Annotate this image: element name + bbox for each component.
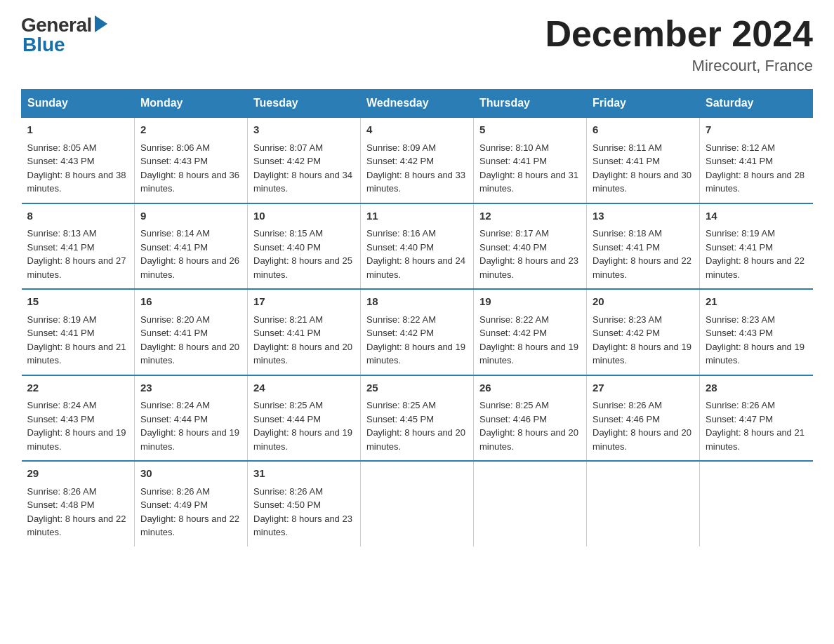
day-info: Sunrise: 8:07 AMSunset: 4:42 PMDaylight:… [253, 142, 352, 194]
calendar-week-row: 1Sunrise: 8:05 AMSunset: 4:43 PMDaylight… [22, 117, 813, 203]
calendar-cell: 15Sunrise: 8:19 AMSunset: 4:41 PMDayligh… [22, 289, 135, 375]
calendar-week-row: 22Sunrise: 8:24 AMSunset: 4:43 PMDayligh… [22, 375, 813, 462]
day-number: 22 [27, 380, 129, 396]
day-info: Sunrise: 8:26 AMSunset: 4:50 PMDaylight:… [253, 486, 352, 538]
day-info: Sunrise: 8:10 AMSunset: 4:41 PMDaylight:… [479, 142, 578, 194]
calendar-cell: 16Sunrise: 8:20 AMSunset: 4:41 PMDayligh… [135, 289, 248, 375]
calendar-cell: 7Sunrise: 8:12 AMSunset: 4:41 PMDaylight… [700, 117, 813, 203]
day-info: Sunrise: 8:22 AMSunset: 4:42 PMDaylight:… [366, 314, 465, 366]
calendar-cell: 10Sunrise: 8:15 AMSunset: 4:40 PMDayligh… [248, 203, 361, 290]
day-info: Sunrise: 8:18 AMSunset: 4:41 PMDaylight:… [593, 228, 691, 280]
day-number: 28 [706, 380, 807, 396]
day-info: Sunrise: 8:25 AMSunset: 4:45 PMDaylight:… [366, 400, 465, 452]
calendar-cell: 18Sunrise: 8:22 AMSunset: 4:42 PMDayligh… [361, 289, 474, 375]
day-number: 26 [479, 380, 581, 396]
day-info: Sunrise: 8:06 AMSunset: 4:43 PMDaylight:… [140, 142, 239, 194]
day-info: Sunrise: 8:12 AMSunset: 4:41 PMDaylight:… [706, 142, 805, 194]
day-number: 25 [366, 380, 468, 396]
day-info: Sunrise: 8:25 AMSunset: 4:46 PMDaylight:… [479, 400, 578, 452]
calendar-cell: 13Sunrise: 8:18 AMSunset: 4:41 PMDayligh… [587, 203, 700, 290]
day-number: 4 [366, 122, 468, 138]
header-tuesday: Tuesday [248, 90, 361, 118]
calendar-cell: 19Sunrise: 8:22 AMSunset: 4:42 PMDayligh… [474, 289, 587, 375]
day-number: 29 [27, 466, 129, 482]
day-info: Sunrise: 8:15 AMSunset: 4:40 PMDaylight:… [253, 228, 352, 280]
day-info: Sunrise: 8:20 AMSunset: 4:41 PMDaylight:… [140, 314, 239, 366]
header-friday: Friday [587, 90, 700, 118]
calendar-cell: 29Sunrise: 8:26 AMSunset: 4:48 PMDayligh… [22, 461, 135, 546]
calendar-cell: 2Sunrise: 8:06 AMSunset: 4:43 PMDaylight… [135, 117, 248, 203]
page-header: General Blue December 2024 Mirecourt, Fr… [21, 14, 813, 75]
header-sunday: Sunday [22, 90, 135, 118]
calendar-cell: 27Sunrise: 8:26 AMSunset: 4:46 PMDayligh… [587, 375, 700, 462]
calendar-cell: 20Sunrise: 8:23 AMSunset: 4:42 PMDayligh… [587, 289, 700, 375]
calendar-cell: 17Sunrise: 8:21 AMSunset: 4:41 PMDayligh… [248, 289, 361, 375]
day-number: 11 [366, 208, 468, 224]
calendar-cell: 22Sunrise: 8:24 AMSunset: 4:43 PMDayligh… [22, 375, 135, 462]
header-monday: Monday [135, 90, 248, 118]
day-number: 17 [253, 294, 355, 310]
calendar-week-row: 29Sunrise: 8:26 AMSunset: 4:48 PMDayligh… [22, 461, 813, 546]
day-number: 27 [593, 380, 694, 396]
calendar-cell: 1Sunrise: 8:05 AMSunset: 4:43 PMDaylight… [22, 117, 135, 203]
calendar-cell: 25Sunrise: 8:25 AMSunset: 4:45 PMDayligh… [361, 375, 474, 462]
header-saturday: Saturday [700, 90, 813, 118]
month-title: December 2024 [545, 14, 813, 54]
day-info: Sunrise: 8:25 AMSunset: 4:44 PMDaylight:… [253, 400, 352, 452]
day-info: Sunrise: 8:24 AMSunset: 4:44 PMDaylight:… [140, 400, 239, 452]
day-info: Sunrise: 8:26 AMSunset: 4:49 PMDaylight:… [140, 486, 239, 538]
day-info: Sunrise: 8:26 AMSunset: 4:47 PMDaylight:… [706, 400, 805, 452]
day-number: 12 [479, 208, 581, 224]
calendar-cell: 21Sunrise: 8:23 AMSunset: 4:43 PMDayligh… [700, 289, 813, 375]
day-number: 5 [479, 122, 581, 138]
calendar-cell: 3Sunrise: 8:07 AMSunset: 4:42 PMDaylight… [248, 117, 361, 203]
day-info: Sunrise: 8:17 AMSunset: 4:40 PMDaylight:… [479, 228, 578, 280]
calendar-cell: 11Sunrise: 8:16 AMSunset: 4:40 PMDayligh… [361, 203, 474, 290]
title-area: December 2024 Mirecourt, France [545, 14, 813, 75]
day-info: Sunrise: 8:19 AMSunset: 4:41 PMDaylight:… [706, 228, 805, 280]
header-wednesday: Wednesday [361, 90, 474, 118]
day-number: 8 [27, 208, 129, 224]
day-number: 24 [253, 380, 355, 396]
day-number: 3 [253, 122, 355, 138]
header-thursday: Thursday [474, 90, 587, 118]
day-number: 30 [140, 466, 241, 482]
calendar-cell [361, 461, 474, 546]
day-info: Sunrise: 8:26 AMSunset: 4:46 PMDaylight:… [593, 400, 691, 452]
calendar-cell: 8Sunrise: 8:13 AMSunset: 4:41 PMDaylight… [22, 203, 135, 290]
day-number: 15 [27, 294, 129, 310]
calendar-cell: 6Sunrise: 8:11 AMSunset: 4:41 PMDaylight… [587, 117, 700, 203]
day-info: Sunrise: 8:23 AMSunset: 4:43 PMDaylight:… [706, 314, 805, 366]
day-number: 13 [593, 208, 694, 224]
day-number: 10 [253, 208, 355, 224]
logo-triangle-icon [95, 15, 107, 32]
calendar-header-row: SundayMondayTuesdayWednesdayThursdayFrid… [22, 90, 813, 118]
day-info: Sunrise: 8:19 AMSunset: 4:41 PMDaylight:… [27, 314, 126, 366]
calendar-cell [474, 461, 587, 546]
day-info: Sunrise: 8:13 AMSunset: 4:41 PMDaylight:… [27, 228, 126, 280]
calendar-cell: 9Sunrise: 8:14 AMSunset: 4:41 PMDaylight… [135, 203, 248, 290]
day-number: 2 [140, 122, 241, 138]
day-info: Sunrise: 8:11 AMSunset: 4:41 PMDaylight:… [593, 142, 691, 194]
day-number: 6 [593, 122, 694, 138]
logo: General Blue [21, 14, 107, 56]
day-number: 18 [366, 294, 468, 310]
day-number: 19 [479, 294, 581, 310]
day-number: 9 [140, 208, 241, 224]
location-text: Mirecourt, France [545, 57, 813, 75]
calendar-cell: 12Sunrise: 8:17 AMSunset: 4:40 PMDayligh… [474, 203, 587, 290]
day-number: 14 [706, 208, 807, 224]
day-number: 31 [253, 466, 355, 482]
day-info: Sunrise: 8:26 AMSunset: 4:48 PMDaylight:… [27, 486, 126, 538]
day-number: 20 [593, 294, 694, 310]
calendar-week-row: 8Sunrise: 8:13 AMSunset: 4:41 PMDaylight… [22, 203, 813, 290]
calendar-cell: 4Sunrise: 8:09 AMSunset: 4:42 PMDaylight… [361, 117, 474, 203]
calendar-cell: 24Sunrise: 8:25 AMSunset: 4:44 PMDayligh… [248, 375, 361, 462]
day-number: 16 [140, 294, 241, 310]
day-number: 1 [27, 122, 129, 138]
calendar-cell: 30Sunrise: 8:26 AMSunset: 4:49 PMDayligh… [135, 461, 248, 546]
calendar-cell: 28Sunrise: 8:26 AMSunset: 4:47 PMDayligh… [700, 375, 813, 462]
day-number: 21 [706, 294, 807, 310]
day-info: Sunrise: 8:05 AMSunset: 4:43 PMDaylight:… [27, 142, 126, 194]
calendar-cell: 23Sunrise: 8:24 AMSunset: 4:44 PMDayligh… [135, 375, 248, 462]
